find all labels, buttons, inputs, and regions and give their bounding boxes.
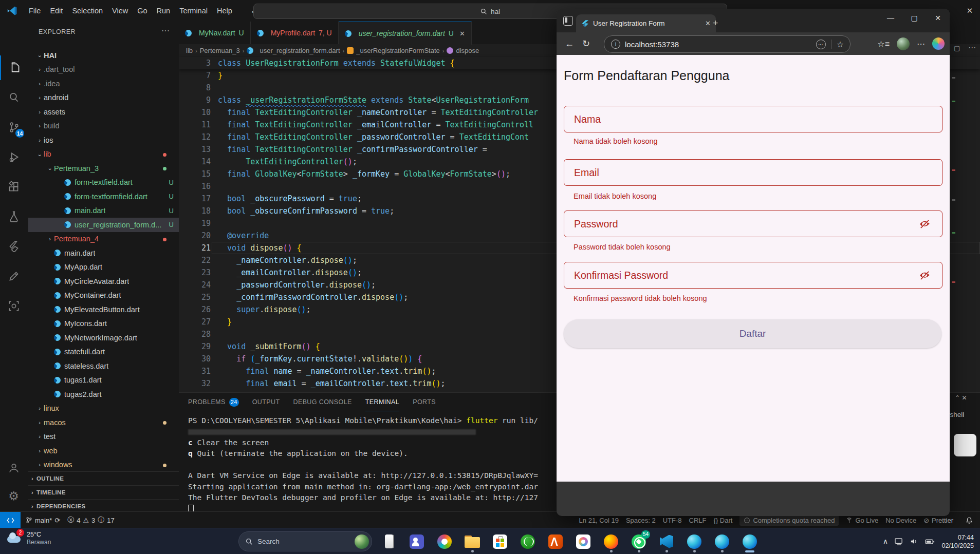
tree-file-main.dart[interactable]: main.dart	[28, 246, 179, 260]
panel-tab-terminal[interactable]: TERMINAL	[365, 393, 399, 411]
tree-file-MyApp.dart[interactable]: MyApp.dart	[28, 260, 179, 275]
tree-folder-test[interactable]: ›test	[28, 430, 179, 444]
bell-icon[interactable]	[966, 517, 973, 524]
tree-folder-.idea[interactable]: ›.idea	[28, 77, 179, 91]
new-tab-icon[interactable]: +	[713, 18, 718, 29]
visibility-off-icon[interactable]	[919, 218, 931, 230]
tree-folder-Pertemuan_3[interactable]: ⌄Pertemuan_3	[28, 161, 179, 176]
input-field-nama[interactable]: Nama	[564, 106, 942, 132]
sync-icon[interactable]: ⟳	[54, 517, 60, 524]
split-editor-icon[interactable]: ▢	[954, 44, 960, 52]
tree-file-form-textfield.dart[interactable]: form-textfield.dartU	[28, 176, 179, 190]
taskbar-app-teams[interactable]	[406, 531, 427, 552]
volume-icon[interactable]	[910, 538, 918, 545]
tree-folder-build[interactable]: ›build	[28, 119, 179, 133]
menu-run[interactable]: Run	[152, 7, 175, 15]
status-completions-quota-reached[interactable]: Completions quota reached	[739, 515, 839, 526]
activity-search-editor-icon[interactable]	[0, 294, 27, 318]
tree-folder-.dart_tool[interactable]: ›.dart_tool	[28, 63, 179, 77]
browser-refresh-icon[interactable]: ↻	[582, 38, 590, 49]
input-field-konfirmasi-password[interactable]: Konfirmasi Password	[564, 262, 942, 289]
activity-account-icon[interactable]	[0, 455, 27, 480]
status-ln-21-col-19[interactable]: Ln 21, Col 19	[579, 517, 619, 524]
menu-selection[interactable]: Selection	[67, 7, 107, 15]
tray-chevron-icon[interactable]: ∧	[882, 537, 888, 546]
tree-folder-linux[interactable]: ›linux	[28, 402, 179, 416]
activity-testing-flask-icon[interactable]	[0, 204, 27, 229]
section-timeline[interactable]: ›TIMELINE	[28, 485, 179, 499]
permissions-icon[interactable]: ⋯	[816, 40, 826, 49]
tree-file-stateless.dart[interactable]: stateless.dart	[28, 359, 179, 373]
tree-file-statefull.dart[interactable]: statefull.dart	[28, 345, 179, 359]
tree-file-MyElevatedButton.dart[interactable]: MyElevatedButton.dart	[28, 302, 179, 317]
problems-indicator[interactable]: ⓧ4 ⚠3 ⓘ17	[67, 515, 115, 525]
taskbar-clock[interactable]: 07:44 02/10/2025	[941, 533, 974, 550]
taskbar-app-vscode[interactable]	[656, 531, 677, 552]
panel-tab-output[interactable]: OUTPUT	[252, 393, 280, 411]
panel-tab-debug-console[interactable]: DEBUG CONSOLE	[293, 393, 352, 411]
cast-icon[interactable]	[895, 538, 903, 545]
site-info-icon[interactable]: i	[611, 40, 620, 49]
tab-MyProfile.dart[interactable]: MyProfile.dart7, U	[251, 22, 339, 44]
activity-extensions-icon[interactable]	[0, 175, 27, 199]
taskbar-app-photos[interactable]	[434, 531, 455, 552]
profile-avatar[interactable]	[897, 37, 910, 50]
favorites-list-icon[interactable]: ☆≡	[877, 39, 890, 49]
breadcrumb-item[interactable]: _userRegistrationFormState	[356, 47, 440, 54]
tab-close-icon[interactable]: ✕	[705, 20, 711, 27]
breadcrumb-item[interactable]: user_registration_form.dart	[260, 47, 340, 54]
breadcrumb-item[interactable]: dispose	[456, 47, 479, 54]
tree-folder-assets[interactable]: ›assets	[28, 105, 179, 119]
activity-search-icon[interactable]	[0, 85, 27, 110]
activity-pencil-icon[interactable]	[0, 264, 27, 289]
browser-tab[interactable]: User Registration Form ✕	[576, 14, 716, 32]
browser-back-icon[interactable]: ←	[565, 39, 574, 49]
tree-file-MyCircleAvatar.dart[interactable]: MyCircleAvatar.dart	[28, 274, 179, 289]
panel-maximize-icon[interactable]: ⌃ ✕	[955, 394, 967, 402]
battery-icon[interactable]	[925, 538, 935, 545]
tree-file-user_registration_form.d...[interactable]: user_registration_form.d...U	[28, 218, 179, 232]
taskbar-app-whatsapp[interactable]: 54	[628, 531, 649, 552]
tree-file-tugas2.dart[interactable]: tugas2.dart	[28, 387, 179, 402]
panel-tab-problems[interactable]: PROBLEMS24	[188, 393, 239, 411]
activity-run-debug-icon[interactable]	[0, 145, 27, 169]
tree-file-form-textformfield.dart[interactable]: form-textformfield.dartU	[28, 189, 179, 204]
menu-view[interactable]: View	[107, 7, 133, 15]
status--dart[interactable]: {} Dart	[714, 517, 733, 524]
activity-files-icon[interactable]	[0, 55, 28, 80]
status-go-live[interactable]: Go Live	[846, 517, 878, 524]
status-crlf[interactable]: CRLF	[689, 517, 707, 524]
tree-folder-HAI[interactable]: ⌄HAI	[28, 48, 179, 63]
input-field-email[interactable]: Email	[564, 159, 942, 186]
tree-folder-ios[interactable]: ›ios	[28, 133, 179, 147]
menu-terminal[interactable]: Terminal	[175, 7, 212, 15]
tab-workspaces-icon[interactable]	[563, 16, 573, 26]
tree-file-MyNetworkImage.dart[interactable]: MyNetworkImage.dart	[28, 331, 179, 345]
taskbar-app-xbox[interactable]	[517, 531, 538, 552]
status-utf-8[interactable]: UTF-8	[663, 517, 682, 524]
menu-file[interactable]: File	[24, 7, 45, 15]
tab-user_registration_form.dart[interactable]: user_registration_form.dartU✕	[339, 22, 472, 45]
section-outline[interactable]: ›OUTLINE	[28, 471, 179, 485]
browser-maximize-icon[interactable]: ▢	[902, 9, 926, 27]
git-branch-indicator[interactable]: main* ⟳	[26, 517, 60, 524]
taskbar-app-notepad[interactable]	[379, 531, 399, 552]
url-text[interactable]: localhost:53738	[625, 40, 679, 49]
tree-folder-lib[interactable]: ⌄lib	[28, 147, 179, 162]
browser-settings-icon[interactable]: ⋯	[917, 39, 925, 49]
browser-minimize-icon[interactable]: —	[879, 9, 902, 27]
panel-tab-ports[interactable]: PORTS	[413, 393, 436, 411]
taskbar-app-camera-app[interactable]	[573, 531, 594, 552]
tree-folder-macos[interactable]: ›macos	[28, 415, 179, 430]
menu-help[interactable]: Help	[212, 7, 237, 15]
vscode-close-icon[interactable]: ✕	[962, 4, 977, 17]
tree-folder-Pertemuan_4[interactable]: ›Pertemuan_4	[28, 232, 179, 246]
taskbar-app-firefox[interactable]	[601, 531, 621, 552]
tab-close-icon[interactable]: ✕	[459, 30, 465, 37]
menu-go[interactable]: Go	[133, 7, 152, 15]
taskbar-app-microsoft-store[interactable]	[490, 531, 510, 552]
taskbar-search[interactable]: Search	[238, 531, 372, 551]
activity-flutter-icon[interactable]	[0, 234, 27, 259]
tree-folder-android[interactable]: ›android	[28, 91, 179, 105]
tree-file-MyContainer.dart[interactable]: MyContainer.dart	[28, 289, 179, 303]
